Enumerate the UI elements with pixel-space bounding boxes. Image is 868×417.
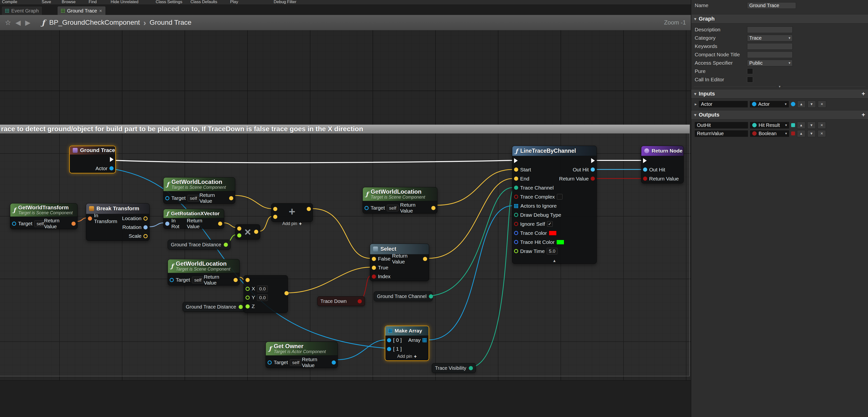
y-value[interactable]: 0.0 xyxy=(257,294,268,301)
return-value-pin[interactable] xyxy=(643,177,647,181)
node-linetracebychannel[interactable]: ƒ LineTraceByChannel Start Out Hit End R… xyxy=(512,146,597,264)
remove-input-button[interactable]: × xyxy=(818,101,826,108)
description-input[interactable] xyxy=(747,26,793,33)
x-pin[interactable] xyxy=(246,287,250,291)
ignore-self-pin[interactable] xyxy=(514,222,518,226)
scale-pin[interactable] xyxy=(144,234,148,238)
end-pin[interactable] xyxy=(514,177,518,181)
wire-getowner-makearray[interactable] xyxy=(337,340,386,360)
output-name-field[interactable]: OutHit xyxy=(695,122,748,128)
self-value[interactable]: self xyxy=(290,359,302,366)
self-value[interactable]: self xyxy=(192,277,204,283)
wire-select-end[interactable] xyxy=(429,179,513,258)
in-transform-pin[interactable] xyxy=(88,216,92,220)
exec-out-pin[interactable] xyxy=(110,157,114,162)
wire-actor-makearray[interactable] xyxy=(116,170,386,348)
return-value-pin[interactable] xyxy=(218,221,222,226)
wire-add-select-false[interactable] xyxy=(312,209,370,258)
wire-visibility-tracechannel[interactable] xyxy=(469,189,513,367)
class-defaults-button[interactable]: Class Defaults xyxy=(190,0,217,4)
node-getrotationxvector[interactable]: ƒ GetRotationXVector In Rot Return Value xyxy=(163,209,224,229)
element-0-pin[interactable] xyxy=(387,338,391,342)
forward-icon[interactable]: ▶ xyxy=(25,19,31,27)
location-pin[interactable] xyxy=(144,216,148,220)
rotation-pin[interactable] xyxy=(144,225,148,230)
move-up-button[interactable]: ▲ xyxy=(797,130,805,137)
add-pin-button[interactable]: Add pin + xyxy=(385,353,429,360)
wire-exec-entry-linetrace[interactable] xyxy=(116,160,513,162)
access-specifier-select[interactable]: Public ▾ xyxy=(747,60,793,66)
move-down-button[interactable]: ▼ xyxy=(807,122,816,129)
collapse-advanced-icon[interactable]: ▲ xyxy=(553,259,556,263)
return-value-pin[interactable] xyxy=(423,257,427,261)
multiply-input-b-pin[interactable] xyxy=(237,233,241,238)
index-pin[interactable] xyxy=(372,274,376,279)
return-value-pin[interactable] xyxy=(591,177,595,181)
section-graph[interactable]: ▾ Graph xyxy=(691,14,868,24)
node-var-ground-trace-distance-2[interactable]: Ground Trace Distance xyxy=(183,302,246,312)
vadd-output-pin[interactable] xyxy=(284,291,288,295)
target-pin[interactable] xyxy=(165,196,169,200)
node-getworldlocation-2[interactable]: ƒ GetWorldLocation Target is Scene Compo… xyxy=(363,187,437,213)
input-type-select[interactable]: Actor ▾ xyxy=(750,101,789,108)
find-button[interactable]: Find xyxy=(89,0,97,4)
back-icon[interactable]: ◀ xyxy=(16,19,21,27)
trace-hit-color-pin[interactable] xyxy=(514,240,518,244)
node-add-vector-split[interactable]: X 0.0 Y 0.0 Z xyxy=(244,275,288,313)
return-value-pin[interactable] xyxy=(431,206,435,210)
return-value-pin[interactable] xyxy=(71,221,75,226)
target-pin[interactable] xyxy=(365,206,369,210)
add-input-b-pin[interactable] xyxy=(273,215,277,219)
category-select[interactable]: Trace ▾ xyxy=(747,35,793,41)
wire-transform-break[interactable] xyxy=(77,218,86,221)
actor-out-pin[interactable] xyxy=(110,166,114,171)
ignore-self-checkbox[interactable]: ✓ xyxy=(547,221,553,227)
node-select[interactable]: Select False Return Value True Index xyxy=(370,244,429,281)
start-pin[interactable] xyxy=(514,168,518,172)
exec-out-pin[interactable] xyxy=(591,158,595,163)
wire-vadd-select-true[interactable] xyxy=(287,267,370,293)
return-value-pin[interactable] xyxy=(234,278,238,282)
play-button[interactable]: Play xyxy=(230,0,238,4)
move-down-button[interactable]: ▼ xyxy=(807,130,816,137)
wire-location-start[interactable] xyxy=(437,170,513,205)
node-getworldlocation-1[interactable]: ƒ GetWorldLocation Target is Scene Compo… xyxy=(163,177,235,204)
add-input-a-pin[interactable] xyxy=(273,207,277,211)
input-name-field[interactable]: Actor xyxy=(699,101,748,108)
node-add-vector[interactable]: + Add pin + xyxy=(271,203,313,222)
add-pin-button[interactable]: Add pin + xyxy=(272,220,313,228)
enum-out-pin[interactable] xyxy=(429,294,433,298)
wire-multiply-add[interactable] xyxy=(260,216,272,231)
node-var-trace-down[interactable]: Trace Down xyxy=(317,296,365,306)
element-1-pin[interactable] xyxy=(387,347,391,351)
output-name-field[interactable]: ReturnValue xyxy=(695,130,748,137)
self-value[interactable]: self xyxy=(187,195,199,202)
exec-in-pin[interactable] xyxy=(514,158,518,163)
bool-out-pin[interactable] xyxy=(358,299,362,303)
exec-in-pin[interactable] xyxy=(643,158,647,163)
graph-canvas[interactable]: race to detect ground/object for build p… xyxy=(0,30,691,417)
y-pin[interactable] xyxy=(246,296,250,300)
out-hit-pin[interactable] xyxy=(591,168,595,172)
browse-button[interactable]: Browse xyxy=(62,0,75,4)
in-rot-pin[interactable] xyxy=(165,221,169,226)
call-in-editor-checkbox[interactable] xyxy=(747,77,753,83)
add-output-pin[interactable] xyxy=(307,207,311,211)
self-value[interactable]: self xyxy=(387,205,399,211)
trace-hit-color-swatch[interactable] xyxy=(556,240,564,245)
node-multiply[interactable]: × xyxy=(235,224,260,239)
wire-location-add[interactable] xyxy=(235,196,272,209)
breadcrumb-blueprint[interactable]: BP_GroundCheckComponent xyxy=(49,19,140,26)
chevron-right-icon[interactable]: ▸ xyxy=(695,101,697,107)
true-pin[interactable] xyxy=(372,266,376,270)
wire-xvector-multiply[interactable] xyxy=(224,223,236,228)
multiply-input-a-pin[interactable] xyxy=(237,227,241,231)
return-value-pin[interactable] xyxy=(229,196,233,200)
node-break-transform[interactable]: Break Transform In Transform Location Ro… xyxy=(86,203,150,241)
x-value[interactable]: 0.0 xyxy=(257,286,268,292)
hide-unrelated-button[interactable]: Hide Unrelated xyxy=(111,0,138,4)
float-out-pin[interactable] xyxy=(239,305,243,309)
return-value-pin[interactable] xyxy=(332,360,336,365)
close-icon[interactable]: × xyxy=(99,8,102,13)
section-outputs[interactable]: ▾ Outputs + xyxy=(691,110,868,119)
